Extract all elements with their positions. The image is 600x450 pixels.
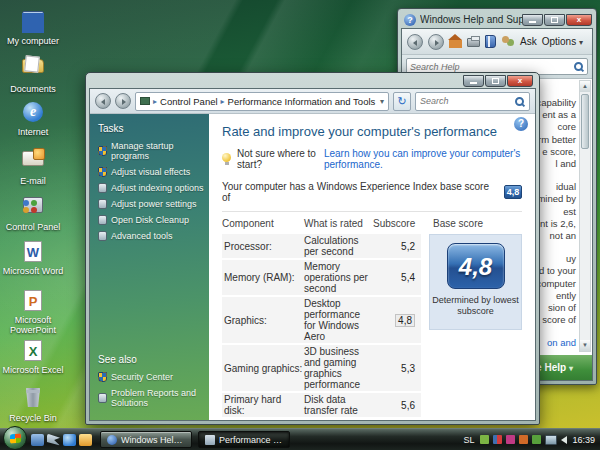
- close-button[interactable]: x: [566, 14, 592, 26]
- indexing-icon: [98, 183, 107, 193]
- subscore-value: 5,4: [373, 272, 421, 283]
- print-icon[interactable]: [467, 38, 480, 47]
- taskbar: Windows Help and ... Performance Inform.…: [0, 428, 600, 450]
- volume-icon[interactable]: [561, 436, 567, 444]
- desktop-icon-powerpoint[interactable]: P Microsoft PowerPoint: [2, 289, 64, 335]
- divider: [222, 211, 522, 212]
- tray-icon[interactable]: [506, 435, 515, 444]
- scroll-up-arrow[interactable]: ▲: [580, 81, 590, 92]
- quick-launch: [31, 434, 92, 446]
- report-icon: [98, 393, 107, 403]
- desktop-icon-word[interactable]: W Microsoft Word: [2, 240, 64, 276]
- search-input[interactable]: [420, 96, 514, 106]
- control-panel-icon: [23, 197, 43, 213]
- breadcrumb-dropdown-icon[interactable]: ▾: [380, 97, 384, 106]
- desktop-icon-internet[interactable]: e Internet: [2, 100, 64, 137]
- system-tray: SL 16:39: [463, 435, 600, 445]
- maximize-button[interactable]: [485, 75, 506, 87]
- desktop-icon-label: Documents: [2, 84, 64, 94]
- options-button[interactable]: Options ▾: [542, 36, 583, 47]
- forward-button[interactable]: [115, 93, 131, 109]
- desktop-icon-control-panel[interactable]: Control Panel: [2, 194, 64, 232]
- browse-help-icon[interactable]: [485, 35, 496, 48]
- shield-icon: [98, 167, 107, 177]
- see-also-security-center[interactable]: Security Center: [98, 372, 209, 382]
- desktop-icon-recycle-bin[interactable]: Recycle Bin: [2, 386, 64, 423]
- minimize-button[interactable]: [463, 75, 484, 87]
- task-open-disk-cleanup[interactable]: Open Disk Cleanup: [98, 215, 209, 225]
- close-button[interactable]: x: [507, 75, 533, 87]
- tasks-pane: Tasks Manage startup programs Adjust vis…: [90, 114, 209, 420]
- refresh-button[interactable]: ↻: [393, 92, 411, 111]
- content-area: ? Rate and improve your computer's perfo…: [209, 114, 535, 420]
- shield-icon: [98, 372, 107, 382]
- internet-explorer-icon[interactable]: [63, 434, 76, 446]
- help-window-titlebar[interactable]: ? Windows Help and Support x: [401, 9, 593, 28]
- base-score-text: Your computer has a Windows Experience I…: [222, 181, 498, 203]
- start-button[interactable]: [3, 426, 27, 450]
- task-adjust-power-settings[interactable]: Adjust power settings: [98, 199, 209, 209]
- breadcrumb[interactable]: ▸ Control Panel ▸ Performance Informatio…: [135, 92, 389, 111]
- ask-button[interactable]: Ask: [520, 36, 537, 47]
- table-row: Graphics: Desktop performance for Window…: [222, 297, 421, 343]
- task-adjust-visual-effects[interactable]: Adjust visual effects: [98, 167, 209, 177]
- clock[interactable]: 16:39: [572, 435, 595, 445]
- task-adjust-indexing-options[interactable]: Adjust indexing options: [98, 183, 209, 193]
- back-button[interactable]: [407, 34, 423, 50]
- window-switcher-icon[interactable]: [31, 434, 44, 446]
- help-icon[interactable]: ?: [514, 117, 528, 131]
- forward-button[interactable]: [428, 34, 444, 50]
- breadcrumb-root[interactable]: Control Panel: [160, 96, 218, 107]
- recycle-bin-icon: [25, 388, 41, 407]
- col-header-what-is-rated: What is rated: [304, 218, 373, 229]
- mail-icon[interactable]: [79, 434, 92, 446]
- search-icon[interactable]: [514, 96, 525, 107]
- chevron-icon: ▸: [221, 97, 225, 106]
- disk-cleanup-icon: [98, 215, 107, 225]
- base-score-badge: 4,8: [447, 243, 505, 289]
- table-header-row: Component What is rated Subscore: [222, 218, 421, 229]
- power-icon: [98, 199, 107, 209]
- minimize-button[interactable]: [522, 14, 543, 26]
- tray-icon[interactable]: [480, 435, 489, 444]
- desktop-icon-documents[interactable]: Documents: [2, 54, 64, 94]
- computer-icon: [22, 11, 44, 26]
- search-box[interactable]: [415, 92, 530, 111]
- show-desktop-icon[interactable]: [47, 434, 60, 446]
- main-window-titlebar[interactable]: x: [89, 73, 536, 88]
- tray-icon[interactable]: [519, 435, 528, 444]
- help-app-icon: [107, 435, 117, 445]
- hint-text: Not sure where to start?: [237, 148, 319, 170]
- search-icon[interactable]: [573, 61, 584, 72]
- word-icon: W: [24, 241, 42, 262]
- improve-performance-link[interactable]: Learn how you can improve your computer'…: [324, 148, 522, 170]
- hint-row: Not sure where to start? Learn how you c…: [222, 148, 522, 170]
- scrollbar-thumb[interactable]: [581, 94, 589, 149]
- tray-icon[interactable]: [532, 435, 541, 444]
- tray-icon[interactable]: [493, 435, 502, 444]
- desktop-icon-label: Internet: [2, 127, 64, 137]
- ask-someone-icon[interactable]: [501, 35, 515, 48]
- taskbar-button-help[interactable]: Windows Help and ...: [100, 431, 192, 448]
- desktop-icon-email[interactable]: E-mail: [2, 147, 64, 186]
- help-search-input[interactable]: [410, 62, 573, 72]
- home-icon[interactable]: [449, 40, 462, 48]
- taskbar-button-performance[interactable]: Performance Inform...: [198, 431, 290, 448]
- see-also-problem-reports[interactable]: Problem Reports and Solutions: [98, 388, 209, 408]
- desktop-icon-my-computer[interactable]: My computer: [2, 8, 64, 46]
- network-icon[interactable]: [545, 435, 557, 445]
- scroll-down-arrow[interactable]: ▼: [580, 340, 590, 351]
- back-button[interactable]: [95, 93, 111, 109]
- desktop-icon-excel[interactable]: X Microsoft Excel: [2, 339, 64, 375]
- breadcrumb-current[interactable]: Performance Information and Tools: [228, 96, 376, 107]
- help-window-title: Windows Help and Support: [420, 14, 522, 25]
- maximize-button[interactable]: [544, 14, 565, 26]
- scrollbar[interactable]: ▲ ▼: [579, 80, 591, 352]
- language-indicator[interactable]: SL: [463, 435, 474, 445]
- chevron-icon: ▸: [153, 97, 157, 106]
- see-also-header: See also: [98, 354, 209, 365]
- rating-table: Component What is rated Subscore Process…: [222, 218, 421, 419]
- task-manage-startup-programs[interactable]: Manage startup programs: [98, 141, 209, 161]
- base-score-panel: 4,8 Determined by lowest subscore: [429, 234, 522, 330]
- task-advanced-tools[interactable]: Advanced tools: [98, 231, 209, 241]
